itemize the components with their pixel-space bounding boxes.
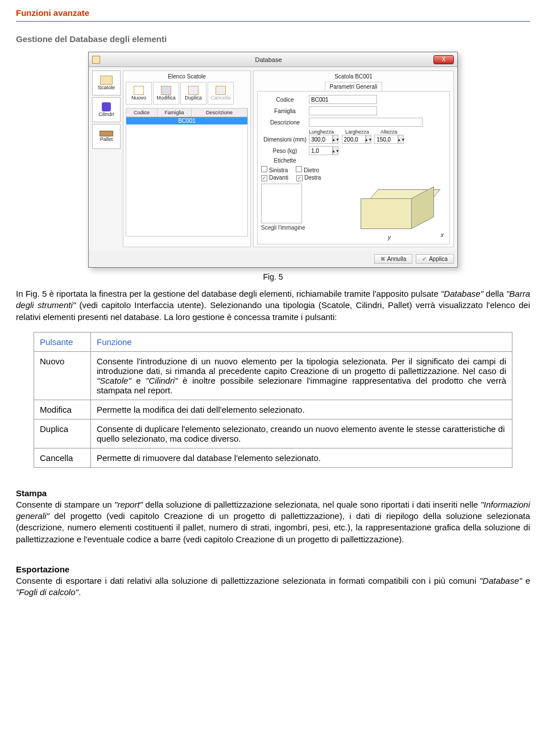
section-esportazione: Esportazione Consente di esportare i dat… — [16, 564, 530, 599]
spinner-icon[interactable]: ▲▼ — [333, 146, 338, 155]
figure-caption: Fig. 5 — [16, 272, 530, 281]
btn-label: Nuovo — [131, 95, 146, 101]
axis-x-label: x — [441, 232, 444, 238]
table-cell-modifica-label: Modifica — [34, 400, 91, 419]
table-cell-modifica-text: Permette la modifica dei dati dell'eleme… — [91, 400, 512, 419]
window-title: Database — [104, 56, 433, 63]
paragraph-intro: In Fig. 5 è riportata la finestra per la… — [16, 288, 530, 323]
input-larghezza[interactable] — [342, 135, 366, 144]
sidebar-item-cilindri[interactable]: Cilindri — [92, 97, 121, 122]
sidebar-item-label: Pallet — [100, 136, 113, 142]
list-row-selected[interactable]: BC001 — [126, 117, 247, 124]
esportazione-title: Esportazione — [16, 564, 530, 574]
new-icon — [134, 86, 144, 95]
esportazione-text: Consente di esportare i dati relativi al… — [16, 575, 530, 599]
annulla-button[interactable]: ✖Annulla — [374, 254, 412, 264]
stampa-title: Stampa — [16, 488, 530, 498]
axis-y-label: y — [388, 234, 391, 240]
list-toolbar: Nuovo Modifica Duplica Cancella — [126, 82, 248, 105]
list-body[interactable]: BC001 — [126, 117, 248, 236]
category-sidebar: Scatole Cilindri Pallet — [92, 70, 121, 247]
detail-panel: Scatola BC001 Parametri Generali Codice … — [253, 70, 454, 247]
box-icon — [100, 76, 113, 85]
checkbox-label: Davanti — [269, 175, 288, 181]
spinner-icon[interactable]: ▲▼ — [398, 135, 404, 144]
list-panel: Elenco Scatole Nuovo Modifica Duplica Ca… — [123, 70, 251, 247]
apply-icon: ✔ — [422, 256, 427, 262]
table-cell-duplica-label: Duplica — [34, 419, 91, 448]
edit-icon — [161, 86, 171, 95]
col-descrizione: Descrizione — [192, 109, 247, 117]
cancella-button[interactable]: Cancella — [208, 82, 234, 105]
cylinder-icon — [102, 102, 111, 111]
divider — [16, 21, 530, 22]
input-lunghezza[interactable] — [309, 135, 333, 144]
detail-title: Scatola BC001 — [257, 73, 450, 80]
modifica-button[interactable]: Modifica — [153, 82, 179, 105]
checkbox-label: Dietro — [304, 167, 319, 173]
checkbox-label: Destra — [304, 175, 321, 181]
btn-label: Applica — [429, 256, 448, 262]
applica-button[interactable]: ✔Applica — [416, 254, 454, 264]
app-icon — [92, 56, 100, 64]
sidebar-item-label: Cilindri — [98, 111, 114, 117]
nuovo-button[interactable]: Nuovo — [126, 82, 152, 105]
label-etichette: Etichette — [261, 157, 309, 164]
btn-label: Duplica — [185, 95, 202, 101]
btn-label: Annulla — [387, 256, 406, 262]
image-placeholder — [261, 184, 302, 223]
section-title: Funzioni avanzate — [16, 8, 530, 18]
subsection-title: Gestione del Database degli elementi — [16, 34, 530, 44]
sidebar-item-scatole[interactable]: Scatole — [92, 70, 121, 95]
duplicate-icon — [188, 86, 198, 95]
label-peso: Peso (kg) — [261, 148, 309, 154]
label-lunghezza: Lunghezza — [309, 129, 334, 135]
table-cell-cancella-label: Cancella — [34, 448, 91, 467]
input-peso[interactable] — [309, 146, 333, 155]
label-larghezza: Larghezza — [345, 129, 369, 135]
database-window: Database X Scatole Cilindri Pallet — [88, 52, 458, 268]
sidebar-item-pallet[interactable]: Pallet — [92, 124, 121, 149]
choose-image-link[interactable]: Scegli l'immagine — [261, 225, 305, 231]
input-altezza[interactable] — [374, 135, 398, 144]
spinner-icon[interactable]: ▲▼ — [333, 135, 338, 144]
checkbox-sinistra[interactable] — [261, 166, 267, 172]
section-stampa: Stampa Consente di stampare un "report" … — [16, 488, 530, 545]
label-famiglia: Famiglia — [261, 108, 309, 114]
checkbox-davanti[interactable]: ✓ — [261, 175, 267, 181]
label-altezza: Altezza — [380, 129, 398, 135]
tab-parametri-generali[interactable]: Parametri Generali — [325, 82, 383, 91]
cancel-icon: ✖ — [380, 256, 385, 262]
table-cell-nuovo-label: Nuovo — [34, 351, 91, 400]
checkbox-dietro[interactable] — [296, 166, 302, 172]
table-cell-cancella-text: Permette di rimuovere dal database l'ele… — [91, 448, 512, 467]
input-codice[interactable] — [309, 95, 377, 104]
sidebar-item-label: Scatole — [98, 85, 115, 90]
duplica-button[interactable]: Duplica — [180, 82, 206, 105]
col-codice: Codice — [126, 109, 158, 117]
table-cell-nuovo-text: Consente l'introduzione di un nuovo elem… — [91, 351, 512, 400]
delete-icon — [216, 86, 226, 95]
list-header: Codice Famiglia Descrizione — [126, 108, 248, 117]
functions-table: Pulsante Funzione Nuovo Consente l'intro… — [34, 332, 512, 468]
checkbox-label: Sinistra — [269, 167, 288, 173]
table-header-funzione: Funzione — [91, 332, 512, 351]
window-titlebar: Database X — [89, 52, 457, 67]
btn-label: Cancella — [210, 95, 230, 101]
label-dimensioni: Dimensioni (mm) — [261, 136, 309, 143]
table-cell-duplica-text: Consente di duplicare l'elemento selezio… — [91, 419, 512, 448]
input-descrizione[interactable] — [309, 118, 423, 127]
table-header-pulsante: Pulsante — [34, 332, 91, 351]
label-descrizione: Descrizione — [261, 119, 309, 126]
box-3d-preview: x y — [361, 184, 446, 240]
btn-label: Modifica — [156, 95, 176, 101]
list-title: Elenco Scatole — [126, 73, 248, 80]
spinner-icon[interactable]: ▲▼ — [366, 135, 371, 144]
pallet-icon — [100, 131, 113, 136]
input-famiglia[interactable] — [309, 106, 377, 115]
col-famiglia: Famiglia — [158, 109, 192, 117]
checkbox-destra[interactable]: ✓ — [296, 175, 303, 181]
stampa-text: Consente di stampare un "report" della s… — [16, 499, 530, 545]
label-codice: Codice — [261, 97, 309, 103]
close-button[interactable]: X — [433, 55, 454, 64]
